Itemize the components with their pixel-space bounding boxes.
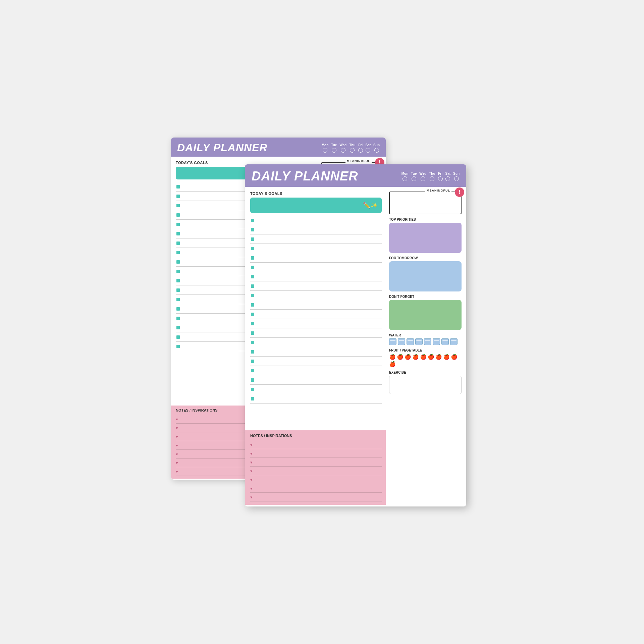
front-right: MEANINGFUL ! TOP PRIORITIES FOR TOMORROW… xyxy=(386,187,466,505)
notes-line: ♥ xyxy=(250,493,382,501)
front-notes-lines: ♥ ♥ ♥ ♥ ♥ ♥ ♥ xyxy=(250,440,382,501)
apple-3: 🍎 xyxy=(405,354,411,360)
dont-forget-section: DON'T FORGET xyxy=(389,295,462,330)
scene: DAILY PLANNER Mon Tue Wed Thu xyxy=(171,138,473,506)
top-priorities-label: TOP PRIORITIES xyxy=(389,218,462,221)
dont-forget-label: DON'T FORGET xyxy=(389,295,462,299)
planner-front: DAILY PLANNER Mon Tue Wed Thu xyxy=(245,164,466,506)
list-item xyxy=(250,366,382,375)
list-item xyxy=(250,272,382,281)
list-item xyxy=(250,338,382,347)
notes-line: ♥ xyxy=(250,440,382,449)
apple-10: 🍎 xyxy=(389,361,396,367)
top-priorities-box xyxy=(389,223,462,253)
cup-5 xyxy=(424,338,431,345)
fruit-icons: 🍎 🍎 🍎 🍎 🍎 🍎 🍎 🍎 🍎 🍎 xyxy=(389,354,462,367)
list-item xyxy=(250,394,382,404)
for-tomorrow-section: FOR TOMORROW xyxy=(389,256,462,291)
front-goals-banner: ✏️✨ xyxy=(250,198,382,213)
list-item xyxy=(250,281,382,291)
back-day-mon: Mon xyxy=(322,143,329,153)
cup-2 xyxy=(398,338,405,345)
top-priorities-section: TOP PRIORITIES xyxy=(389,218,462,253)
apple-6: 🍎 xyxy=(428,354,434,360)
cup-1 xyxy=(389,338,396,345)
for-tomorrow-label: FOR TOMORROW xyxy=(389,256,462,260)
list-item xyxy=(250,328,382,338)
fruit-label: FRUIT / VEGETABLE xyxy=(389,348,462,352)
list-item xyxy=(250,263,382,272)
apple-4: 🍎 xyxy=(412,354,419,360)
front-day-mon: Mon xyxy=(401,172,409,181)
list-item xyxy=(250,375,382,385)
list-item xyxy=(250,291,382,300)
list-item xyxy=(250,234,382,244)
list-item xyxy=(250,347,382,357)
apple-9: 🍎 xyxy=(451,354,458,360)
cup-7 xyxy=(441,338,449,345)
exercise-label: EXERCISE xyxy=(389,371,462,374)
front-day-selector: Mon Tue Wed Thu Fri xyxy=(401,172,460,181)
pencil-icon: ✏️✨ xyxy=(363,202,378,209)
front-left: TODAY'S GOALS ✏️✨ xyxy=(245,187,386,505)
fruit-section: FRUIT / VEGETABLE 🍎 🍎 🍎 🍎 🍎 🍎 🍎 🍎 🍎 🍎 xyxy=(389,348,462,367)
for-tomorrow-box xyxy=(389,261,462,291)
notes-line: ♥ xyxy=(250,458,382,467)
back-title: DAILY PLANNER xyxy=(177,142,268,154)
dont-forget-box xyxy=(389,300,462,330)
front-title: DAILY PLANNER xyxy=(252,169,358,183)
exercise-section: EXERCISE xyxy=(389,371,462,394)
notes-line: ♥ xyxy=(250,484,382,493)
front-exclamation-badge: ! xyxy=(455,187,464,197)
front-header: DAILY PLANNER Mon Tue Wed Thu xyxy=(245,164,466,187)
list-item xyxy=(250,300,382,310)
notes-line: ♥ xyxy=(250,467,382,475)
list-item xyxy=(250,216,382,225)
notes-line: ♥ xyxy=(250,475,382,484)
list-item xyxy=(250,385,382,394)
apple-7: 🍎 xyxy=(435,354,442,360)
list-item xyxy=(250,244,382,253)
front-body: TODAY'S GOALS ✏️✨ xyxy=(245,187,466,505)
water-label: WATER xyxy=(389,333,462,337)
water-section: WATER xyxy=(389,333,462,345)
notes-line: ♥ xyxy=(250,449,382,458)
list-item xyxy=(250,225,382,234)
water-cups xyxy=(389,338,462,345)
front-meaningful-label: MEANINGFUL xyxy=(425,189,451,192)
cup-8 xyxy=(450,338,458,345)
front-meaningful-box: MEANINGFUL ! xyxy=(389,192,462,214)
cup-3 xyxy=(407,338,414,345)
front-notes-title: NOTES / INSPIRATIONS xyxy=(250,434,382,438)
apple-8: 🍎 xyxy=(443,354,450,360)
cup-4 xyxy=(415,338,423,345)
apple-1: 🍎 xyxy=(389,354,396,360)
exercise-box xyxy=(389,376,462,394)
apple-2: 🍎 xyxy=(397,354,404,360)
list-item xyxy=(250,357,382,366)
back-header: DAILY PLANNER Mon Tue Wed Thu xyxy=(171,138,386,157)
list-item xyxy=(250,253,382,263)
front-goals-title: TODAY'S GOALS xyxy=(250,192,382,196)
list-item xyxy=(250,310,382,319)
cup-6 xyxy=(433,338,440,345)
list-item xyxy=(250,319,382,328)
back-meaningful-label: MEANINGFUL xyxy=(345,159,372,163)
front-list xyxy=(250,216,382,430)
back-day-selector: Mon Tue Wed Thu Fri xyxy=(322,143,380,153)
front-notes: NOTES / INSPIRATIONS ♥ ♥ ♥ ♥ ♥ ♥ ♥ xyxy=(245,430,386,505)
apple-5: 🍎 xyxy=(420,354,427,360)
